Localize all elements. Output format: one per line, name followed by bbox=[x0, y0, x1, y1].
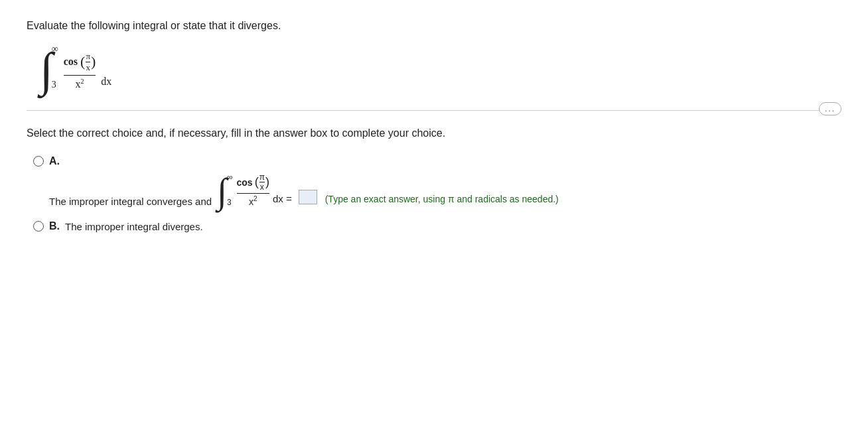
fraction-denominator-sm: x2 bbox=[249, 194, 257, 207]
arg-fraction-sm: π x bbox=[259, 173, 265, 192]
problem-statement: Evaluate the following integral or state… bbox=[27, 20, 841, 32]
integral-limits-large: ∞ 3 bbox=[52, 44, 58, 90]
lower-limit-med: 3 bbox=[227, 198, 232, 207]
fraction-numerator-sm: cos ( π x ) bbox=[237, 173, 269, 193]
converges-text: The improper integral converges and bbox=[49, 196, 212, 207]
section-divider bbox=[27, 110, 841, 111]
choice-b-container[interactable]: B. The improper integral diverges. bbox=[33, 220, 841, 232]
integrand-fraction-sm: cos ( π x ) x2 bbox=[237, 173, 269, 207]
choice-a-label: A. bbox=[49, 155, 60, 167]
dx-large: dx bbox=[101, 76, 111, 90]
fraction-line-large bbox=[64, 75, 96, 76]
answer-input-box[interactable] bbox=[299, 190, 317, 204]
fraction-denominator-large: x2 bbox=[76, 76, 84, 90]
arg-fraction-large: π x bbox=[86, 51, 90, 73]
integral-symbol-large: ∫ ∞ 3 bbox=[40, 44, 61, 90]
inline-integral-a: ∫ ∞ 3 cos ( π x bbox=[217, 173, 292, 207]
upper-limit-large: ∞ bbox=[52, 44, 58, 54]
paren-group-large: ( π x ) bbox=[80, 51, 96, 73]
upper-limit-med: ∞ bbox=[227, 173, 233, 182]
integral-limits-med: ∞ 3 bbox=[227, 173, 233, 207]
choice-a-label-row[interactable]: A. bbox=[33, 155, 841, 167]
dx-equals: dx = bbox=[273, 193, 292, 207]
choices-container: A. The improper integral converges and ∫… bbox=[33, 155, 841, 232]
integrand-fraction-large: cos ( π x ) x2 bbox=[64, 51, 96, 90]
paren-group-sm: ( π x ) bbox=[255, 173, 269, 192]
lower-limit-large: 3 bbox=[52, 80, 56, 90]
answer-hint: (Type an exact answer, using π and radic… bbox=[325, 194, 559, 207]
cos-label-large: cos bbox=[64, 56, 78, 68]
fraction-numerator-large: cos ( π x ) bbox=[64, 51, 96, 74]
radio-a[interactable] bbox=[33, 156, 44, 167]
choice-a-body: The improper integral converges and ∫ ∞ … bbox=[49, 173, 841, 207]
choice-b-text: The improper integral diverges. bbox=[65, 221, 203, 232]
radio-b[interactable] bbox=[33, 221, 44, 232]
main-integral: ∫ ∞ 3 cos ( π x ) x2 dx bbox=[40, 44, 841, 90]
choice-b-label: B. bbox=[49, 220, 60, 232]
select-instruction: Select the correct choice and, if necess… bbox=[27, 127, 841, 139]
integral-sign-med: ∫ bbox=[217, 176, 227, 207]
choice-a-container: A. The improper integral converges and ∫… bbox=[33, 155, 841, 207]
cos-label-sm: cos bbox=[237, 177, 253, 188]
more-options-button[interactable]: ... bbox=[819, 102, 841, 115]
